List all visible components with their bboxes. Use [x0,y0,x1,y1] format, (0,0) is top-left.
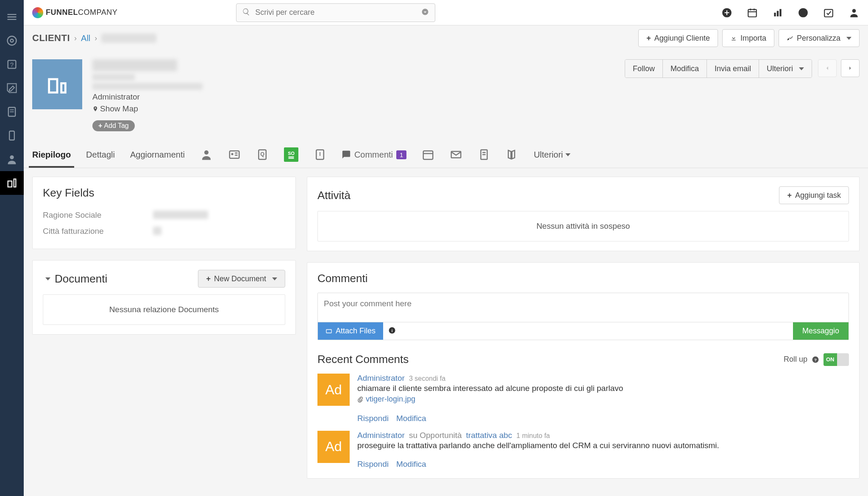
customize-button[interactable]: Personalizza [779,29,860,47]
add-icon[interactable] [721,7,732,18]
svg-text:SO: SO [288,151,295,156]
documenti-title[interactable]: Documenti [43,272,107,285]
new-document-button[interactable]: +New Document [198,270,285,288]
key-fields-card: Key Fields Ragione Sociale Città fattura… [32,177,296,249]
side-nav: ? [0,0,24,496]
comment-author[interactable]: Administrator [357,374,405,383]
nav-user-icon[interactable] [0,147,24,171]
svg-rect-21 [230,151,239,158]
nav-company-icon[interactable] [0,171,24,195]
info-icon[interactable]: i [388,327,396,336]
tab-ulteriori[interactable]: Ulteriori [534,141,570,168]
field-label-citta: Città fatturazione [43,227,153,236]
breadcrumb-all[interactable]: All [81,33,90,43]
add-tag-button[interactable]: +Add Tag [92,120,135,131]
svg-rect-7 [9,131,14,140]
search-input[interactable] [236,3,435,22]
rollup-label: Roll up [784,355,807,364]
import-button[interactable]: Importa [722,29,774,47]
nav-phone-icon[interactable] [0,124,24,147]
reply-link[interactable]: Rispondi [357,460,389,469]
comment-input[interactable] [318,293,849,320]
send-email-button[interactable]: Invia email [707,60,759,78]
record-header: Administrator Show Map +Add Tag Follow M… [24,51,868,141]
commenti-title: Commenti [317,272,849,285]
next-record-button[interactable] [841,59,860,77]
follow-button[interactable]: Follow [625,60,663,78]
tab-calendar-icon[interactable] [422,141,434,168]
nav-calculator-icon[interactable] [0,100,24,124]
attach-files-button[interactable]: Attach Files [318,322,383,340]
more-button[interactable]: Ulteriori [759,60,812,78]
comments-count-badge: 1 [396,150,406,159]
svg-point-22 [231,153,233,155]
svg-text:i: i [392,328,393,333]
prev-record-button [818,59,837,77]
nav-help-icon[interactable]: ? [0,53,24,76]
tab-quote-icon[interactable]: Q [256,141,269,168]
breadcrumb-module[interactable]: CLIENTI [32,33,70,44]
tab-dettagli[interactable]: Dettagli [86,141,115,168]
add-task-button[interactable]: +Aggiungi task [779,186,849,204]
nav-edit-icon[interactable] [0,76,24,100]
tab-salesorder-icon[interactable]: SO [284,147,298,162]
rollup-toggle[interactable]: ON [823,353,849,366]
calendar-icon[interactable] [747,7,758,18]
comment-author[interactable]: Administrator [357,431,405,440]
attivita-empty: Nessun attività in sospeso [317,211,849,241]
search-dropdown-icon[interactable] [421,8,429,18]
record-name [92,59,177,71]
comment-item: Ad Administrator 3 secondi fa chiamare i… [317,374,849,423]
edit-link[interactable]: Modifica [396,460,426,469]
check-icon[interactable] [823,7,834,18]
tab-tickets-icon[interactable] [506,141,518,168]
svg-point-20 [204,150,209,155]
svg-rect-11 [748,9,757,17]
svg-point-19 [852,9,856,13]
svg-point-0 [8,36,17,45]
menu-toggle[interactable] [0,5,24,29]
breadcrumb-record [101,33,156,43]
post-comment-button[interactable]: Messaggio [793,322,849,340]
search-icon [242,8,250,18]
reports-icon[interactable] [772,7,783,18]
documenti-empty: Nessuna relazione Documents [43,294,285,325]
tab-commenti[interactable]: Commenti 1 [342,141,406,168]
avatar: Ad [317,374,350,406]
pie-icon[interactable] [798,7,809,18]
nav-support-icon[interactable] [0,29,24,53]
topbar: FUNNELCOMPANY [24,0,868,25]
reply-link[interactable]: Rispondi [357,414,389,423]
tab-contacts-icon[interactable] [200,141,213,168]
svg-rect-38 [326,330,331,333]
logo: FUNNELCOMPANY [32,7,117,18]
tab-email-icon[interactable] [450,141,462,168]
comment-item: Ad Administrator su Opportunità trattati… [317,431,849,469]
svg-point-1 [11,39,14,42]
edit-button[interactable]: Modifica [663,60,707,78]
tab-aggiornamenti[interactable]: Aggiornamenti [130,141,185,168]
documenti-card: Documenti +New Document Nessuna relazion… [32,260,296,335]
add-client-button[interactable]: +Aggiungi Cliente [638,29,718,47]
tab-card-icon[interactable] [228,141,241,168]
chevron-right-icon: › [95,34,97,43]
svg-rect-32 [423,151,433,159]
show-map-link[interactable]: Show Map [92,104,203,114]
tab-riepilogo[interactable]: Riepilogo [32,141,71,168]
edit-link[interactable]: Modifica [396,414,426,423]
comment-attachment[interactable]: vtiger-login.jpg [357,395,415,404]
tabs: Riepilogo Dettagli Aggiornamenti Q SO I … [24,141,868,168]
tab-invoice-icon[interactable]: I [314,141,326,168]
svg-rect-16 [777,11,779,16]
help-icon[interactable]: ? [812,356,819,363]
svg-text:?: ? [10,61,14,68]
tab-document-icon[interactable] [478,141,490,168]
profile-icon[interactable] [849,7,860,18]
comment-relation[interactable]: trattativa abc [466,431,512,440]
breadcrumb-row: CLIENTI › All › +Aggiungi Cliente Import… [24,25,868,51]
recent-comments-title: Recent Comments [317,353,409,366]
svg-rect-18 [824,9,833,17]
record-subtitle [92,74,135,80]
comment-time: 1 minuto fa [516,432,550,440]
record-email [92,83,203,90]
